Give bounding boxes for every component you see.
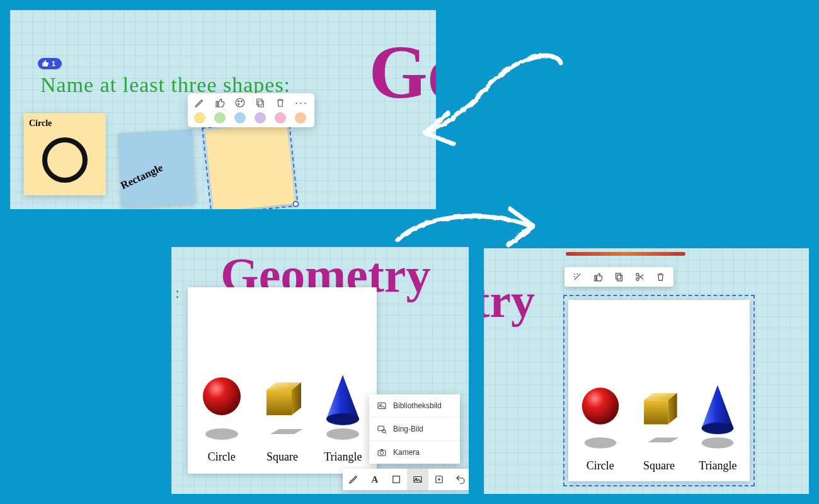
menu-label: Kamera — [393, 448, 420, 457]
svg-point-28 — [581, 387, 619, 425]
bottom-toolbar: A — [343, 469, 469, 490]
menu-item-camera[interactable]: Kamera — [369, 440, 460, 464]
swatch-yellow[interactable] — [194, 112, 205, 123]
svg-rect-4 — [258, 101, 263, 107]
svg-point-19 — [380, 451, 383, 454]
like-badge[interactable]: 1 — [38, 58, 62, 69]
tool-pen[interactable] — [343, 469, 364, 490]
svg-point-0 — [236, 98, 244, 107]
shape-label: Square — [266, 450, 298, 463]
shape-triangle: Triangle — [318, 371, 368, 464]
swatch-pink[interactable] — [275, 112, 286, 123]
scissors-icon[interactable] — [634, 272, 645, 282]
tool-undo[interactable] — [450, 469, 469, 490]
svg-point-7 — [205, 428, 238, 440]
whiteboard-panel-image-selected: try Circle Square — [484, 248, 809, 494]
title-fragment: Ge — [369, 29, 436, 116]
swatch-green[interactable] — [214, 112, 226, 123]
thumbs-up-icon — [42, 60, 49, 67]
trash-icon[interactable] — [275, 97, 286, 108]
menu-item-library[interactable]: Bibliotheksbild — [369, 394, 460, 417]
like-count: 1 — [52, 60, 55, 67]
svg-rect-9 — [266, 390, 292, 415]
menu-label: Bing-Bild — [393, 425, 423, 433]
tool-note[interactable] — [386, 469, 407, 490]
svg-point-1 — [238, 101, 239, 102]
palette-icon[interactable] — [234, 97, 246, 108]
thumbs-up-icon[interactable] — [214, 97, 226, 108]
svg-rect-25 — [616, 273, 621, 279]
svg-rect-20 — [393, 476, 400, 483]
svg-point-12 — [326, 413, 359, 425]
prompt-trailing: : — [175, 284, 180, 302]
swatch-purple[interactable] — [255, 112, 266, 123]
more-icon[interactable]: ··· — [295, 100, 308, 106]
sticky-label: Circle — [29, 118, 52, 128]
circle-drawing — [42, 137, 88, 183]
menu-item-bing[interactable]: Bing-Bild — [369, 417, 460, 440]
svg-point-29 — [584, 437, 616, 449]
svg-point-35 — [702, 437, 734, 449]
trash-icon[interactable] — [655, 272, 666, 282]
copy-icon[interactable] — [255, 97, 266, 108]
search-image-icon — [377, 424, 387, 434]
svg-point-6 — [203, 377, 241, 415]
tool-add[interactable] — [428, 469, 450, 490]
title-fragment: try — [484, 273, 535, 328]
color-swatch-row — [194, 112, 308, 123]
svg-point-3 — [238, 103, 239, 105]
image-icon — [377, 401, 387, 411]
shape-circle: Circle — [197, 371, 247, 464]
shape-label: Triangle — [699, 459, 736, 472]
swatch-blue[interactable] — [234, 112, 246, 123]
menu-label: Bibliotheksbild — [393, 401, 442, 410]
note-context-toolbar: ··· — [188, 93, 314, 127]
shapes-image[interactable]: Circle Square Triangle — [188, 287, 377, 474]
shape-triangle: Triangle — [693, 381, 742, 472]
magic-wand-icon[interactable] — [572, 272, 583, 282]
svg-marker-11 — [270, 429, 303, 434]
image-context-toolbar — [564, 267, 673, 287]
sticky-note-selected[interactable] — [205, 122, 295, 209]
shape-square: Square — [254, 371, 311, 464]
pen-icon[interactable] — [194, 97, 205, 108]
camera-icon — [377, 447, 387, 457]
shape-label: Triangle — [324, 450, 362, 463]
svg-marker-33 — [648, 438, 679, 443]
whiteboard-panel-image-insert: : Geometry Circle Square Tri — [171, 247, 469, 494]
shape-square: Square — [632, 381, 686, 472]
svg-rect-5 — [257, 99, 262, 105]
shapes-image-selected[interactable]: Circle Square Triangle — [568, 300, 750, 481]
shape-label: Circle — [208, 450, 236, 463]
swatch-orange[interactable] — [295, 112, 306, 123]
shape-circle: Circle — [576, 381, 625, 472]
sticky-note-circle[interactable]: Circle — [24, 113, 106, 195]
svg-point-13 — [326, 428, 359, 440]
tool-image[interactable] — [407, 469, 428, 490]
svg-point-2 — [241, 101, 242, 102]
tool-text[interactable]: A — [364, 469, 386, 490]
svg-point-34 — [702, 423, 734, 434]
sticky-note-rectangle[interactable]: Rectangle — [118, 129, 196, 207]
thumbs-up-icon[interactable] — [593, 272, 604, 282]
shape-label: Square — [643, 459, 675, 472]
svg-rect-31 — [644, 400, 668, 424]
shape-label: Circle — [587, 459, 614, 472]
sticky-label: Rectangle — [118, 161, 164, 192]
svg-rect-24 — [617, 275, 622, 281]
resize-handle[interactable] — [292, 200, 299, 207]
marker-annotation — [566, 252, 685, 256]
whiteboard-panel-notes: 1 Name at least three shapes: Ge Circle … — [10, 10, 436, 209]
image-source-menu: Bibliotheksbild Bing-Bild Kamera — [369, 394, 460, 464]
copy-icon[interactable] — [614, 272, 624, 282]
